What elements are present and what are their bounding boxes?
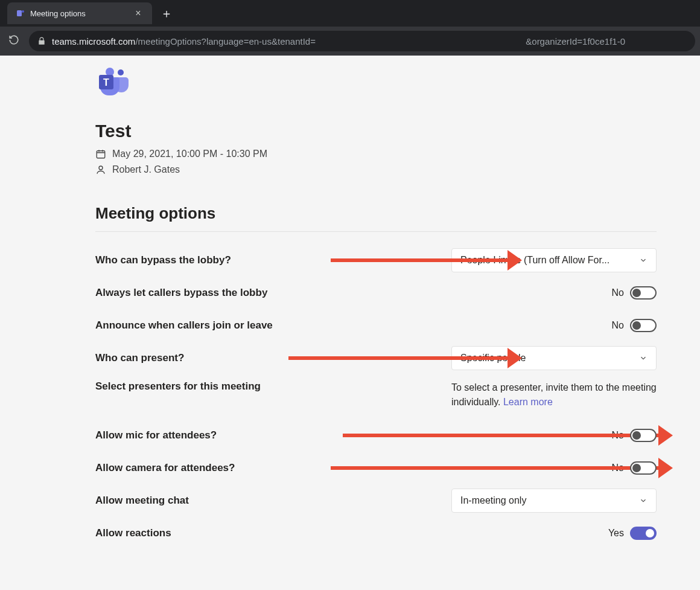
announce-label: Announce when callers join or leave: [95, 319, 273, 332]
chevron-down-icon: [639, 256, 648, 265]
close-icon[interactable]: ×: [133, 8, 144, 19]
address-bar[interactable]: teams.microsoft.com/meetingOptions?langu…: [29, 31, 695, 51]
select-presenters-text: To select a presenter, invite them to th…: [451, 382, 657, 407]
meeting-datetime: May 29, 2021, 10:00 PM - 10:30 PM: [95, 149, 657, 159]
announce-toggle[interactable]: [630, 319, 657, 332]
url-trail: &organizerId=1f0ce1f1-0: [526, 36, 625, 46]
option-always-let-callers: Always let callers bypass the lobby No: [95, 277, 657, 309]
browser-chrome: Meeting options × ＋ teams.microsoft.com/…: [0, 0, 700, 56]
allow-reactions-toggle[interactable]: [630, 527, 657, 540]
select-presenters-label: Select presenters for this meeting: [95, 380, 261, 393]
new-tab-button[interactable]: ＋: [161, 5, 173, 22]
svg-point-2: [118, 69, 124, 75]
teams-favicon-icon: [16, 8, 25, 18]
svg-point-7: [99, 166, 103, 170]
meeting-organizer-text: Robert J. Gates: [112, 164, 180, 175]
who-present-label: Who can present?: [95, 352, 184, 364]
toolbar: teams.microsoft.com/meetingOptions?langu…: [0, 27, 700, 56]
allow-chat-dropdown[interactable]: In-meeting only: [451, 489, 657, 513]
meeting-organizer: Robert J. Gates: [95, 164, 657, 175]
allow-camera-label: Allow camera for attendees?: [95, 462, 235, 474]
svg-rect-6: [97, 151, 105, 158]
chevron-down-icon: [639, 496, 648, 505]
always-let-callers-toggle[interactable]: [630, 286, 657, 300]
allow-reactions-label: Allow reactions: [95, 527, 171, 539]
reload-icon[interactable]: [5, 31, 23, 52]
announce-value: No: [612, 320, 624, 331]
annotation-arrow: [288, 356, 518, 360]
option-allow-camera: Allow camera for attendees? No: [95, 452, 657, 484]
annotation-arrow: [331, 466, 669, 470]
svg-rect-0: [17, 10, 22, 16]
learn-more-link[interactable]: Learn more: [503, 397, 553, 407]
section-title: Meeting options: [95, 204, 657, 223]
option-who-present: Who can present? Specific people: [95, 342, 657, 374]
teams-logo-icon: T: [95, 66, 129, 95]
allow-chat-label: Allow meeting chat: [95, 495, 189, 507]
svg-point-1: [22, 10, 24, 13]
browser-tab[interactable]: Meeting options ×: [7, 2, 152, 24]
option-allow-chat: Allow meeting chat In-meeting only: [95, 484, 657, 517]
svg-text:T: T: [103, 77, 109, 88]
option-announce: Announce when callers join or leave No: [95, 309, 657, 342]
option-bypass-lobby: Who can bypass the lobby? People I invit…: [95, 244, 657, 277]
svg-point-3: [106, 68, 114, 76]
tab-title: Meeting options: [30, 9, 128, 18]
option-allow-mic: Allow mic for attendees? No: [95, 419, 657, 452]
always-let-callers-value: No: [612, 287, 624, 298]
lock-icon: [37, 37, 46, 45]
meeting-title: Test: [95, 121, 657, 141]
url-path: /meetingOptions?language=en-us&tenantId=: [135, 36, 316, 46]
select-presenters-helper: To select a presenter, invite them to th…: [451, 380, 657, 409]
url-domain: teams.microsoft.com: [52, 36, 135, 46]
person-icon: [95, 164, 106, 175]
url-text: teams.microsoft.com/meetingOptions?langu…: [52, 36, 625, 46]
allow-mic-toggle[interactable]: [630, 429, 657, 442]
meeting-datetime-text: May 29, 2021, 10:00 PM - 10:30 PM: [112, 149, 267, 159]
allow-chat-value: In-meeting only: [460, 495, 526, 506]
annotation-arrow: [331, 258, 518, 262]
option-select-presenters: Select presenters for this meeting To se…: [95, 374, 657, 419]
annotation-arrow: [343, 434, 669, 437]
divider: [95, 231, 657, 232]
option-allow-reactions: Allow reactions Yes: [95, 517, 657, 550]
tab-bar: Meeting options × ＋: [0, 0, 700, 27]
allow-reactions-value: Yes: [608, 528, 624, 539]
chevron-down-icon: [639, 354, 648, 362]
page-content: T Test May 29, 2021, 10:00 PM - 10:30 PM…: [0, 56, 700, 550]
allow-camera-toggle[interactable]: [630, 461, 657, 475]
calendar-icon: [95, 149, 106, 159]
allow-mic-label: Allow mic for attendees?: [95, 429, 217, 441]
bypass-lobby-label: Who can bypass the lobby?: [95, 254, 231, 266]
always-let-callers-label: Always let callers bypass the lobby: [95, 287, 267, 299]
